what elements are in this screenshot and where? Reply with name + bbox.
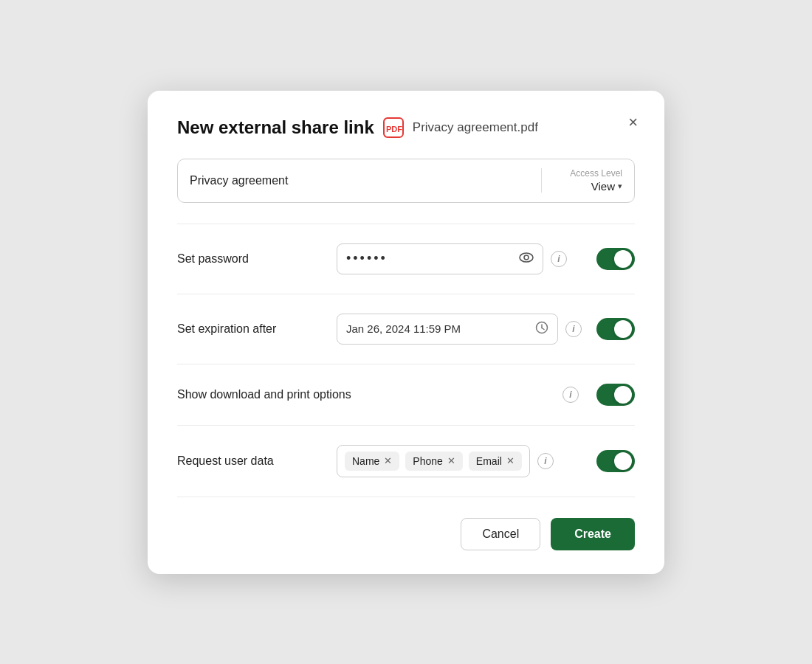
user-data-tags: Name ✕ Phone ✕ Email ✕ xyxy=(337,445,530,477)
tag-email: Email ✕ xyxy=(469,452,522,471)
divider-3 xyxy=(177,364,635,364)
expiration-label: Set expiration after xyxy=(177,322,325,336)
password-toggle-thumb xyxy=(614,250,632,268)
modal-header: New external share link PDF Privacy agre… xyxy=(177,117,635,138)
password-label: Set password xyxy=(177,252,325,266)
chevron-down-icon: ▾ xyxy=(618,181,622,191)
expiration-toggle-thumb xyxy=(614,320,632,338)
download-toggle[interactable] xyxy=(596,384,635,406)
access-level-value: View xyxy=(591,180,615,193)
tag-name-label: Name xyxy=(352,455,379,467)
eye-icon[interactable] xyxy=(519,252,534,266)
password-toggle[interactable] xyxy=(596,248,635,270)
expiration-info-icon[interactable]: i xyxy=(565,321,582,337)
svg-text:PDF: PDF xyxy=(386,125,402,134)
svg-point-2 xyxy=(520,253,533,262)
svg-point-3 xyxy=(524,255,529,260)
password-field: •••••• xyxy=(337,243,543,274)
divider-1 xyxy=(177,224,635,224)
cancel-button[interactable]: Cancel xyxy=(461,518,540,550)
tag-phone: Phone ✕ xyxy=(405,452,462,471)
expiration-field[interactable]: Jan 26, 2024 11:59 PM xyxy=(337,314,558,345)
clock-icon xyxy=(535,321,548,337)
expiration-row: Set expiration after Jan 26, 2024 11:59 … xyxy=(177,297,635,361)
user-data-info-icon[interactable]: i xyxy=(537,453,554,469)
password-controls: •••••• i xyxy=(337,243,585,274)
tag-phone-label: Phone xyxy=(413,455,442,467)
user-data-toggle[interactable] xyxy=(596,450,635,472)
pdf-icon: PDF xyxy=(383,117,404,138)
create-button[interactable]: Create xyxy=(551,518,635,550)
modal-container: New external share link PDF Privacy agre… xyxy=(148,91,664,574)
user-data-controls: Name ✕ Phone ✕ Email ✕ i xyxy=(337,445,585,477)
download-row: Show download and print options i xyxy=(177,367,635,422)
tag-name-remove[interactable]: ✕ xyxy=(384,456,392,466)
access-level-select[interactable]: View ▾ xyxy=(591,180,622,193)
download-info-icon[interactable]: i xyxy=(562,387,579,403)
file-name: Privacy agreement.pdf xyxy=(413,120,538,135)
password-row: Set password •••••• i xyxy=(177,227,635,291)
close-button[interactable]: × xyxy=(625,111,641,134)
access-level-wrapper: Access Level View ▾ xyxy=(541,168,622,193)
download-toggle-thumb xyxy=(614,386,632,404)
password-dots: •••••• xyxy=(346,251,513,266)
download-label: Show download and print options xyxy=(177,388,551,401)
tag-name: Name ✕ xyxy=(345,452,399,471)
tag-email-label: Email xyxy=(476,455,502,467)
tag-email-remove[interactable]: ✕ xyxy=(506,456,515,466)
divider-2 xyxy=(177,294,635,294)
modal-title: New external share link xyxy=(177,117,374,138)
password-info-icon[interactable]: i xyxy=(551,251,567,267)
svg-line-6 xyxy=(542,328,544,329)
link-name-row: Access Level View ▾ xyxy=(177,159,635,203)
divider-4 xyxy=(177,425,635,426)
user-data-row: Request user data Name ✕ Phone ✕ Email ✕… xyxy=(177,429,635,494)
user-data-label: Request user data xyxy=(177,454,325,468)
link-name-input[interactable] xyxy=(190,174,541,187)
user-data-toggle-thumb xyxy=(614,452,632,470)
divider-footer xyxy=(177,497,635,497)
access-level-label: Access Level xyxy=(570,168,622,179)
expiration-value: Jan 26, 2024 11:59 PM xyxy=(346,322,529,335)
expiration-toggle[interactable] xyxy=(596,318,635,340)
tag-phone-remove[interactable]: ✕ xyxy=(447,456,455,466)
footer: Cancel Create xyxy=(177,518,635,550)
expiration-controls: Jan 26, 2024 11:59 PM i xyxy=(337,314,585,345)
